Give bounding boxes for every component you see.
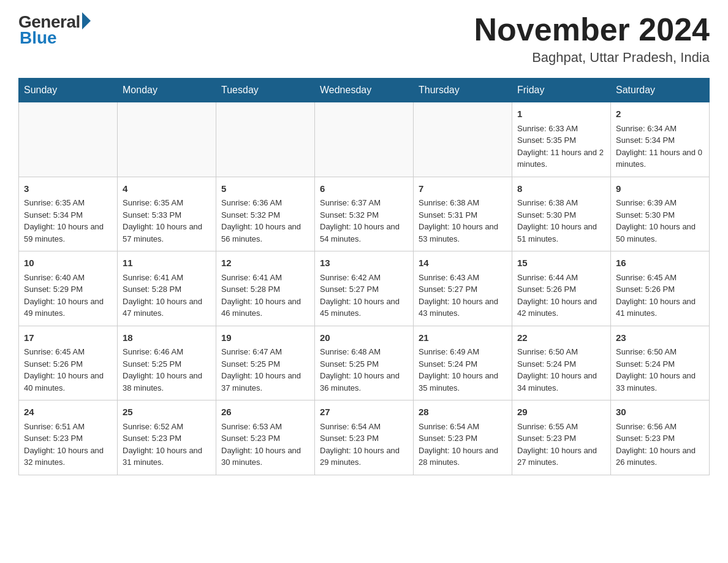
day-info: Sunrise: 6:38 AM Sunset: 5:31 PM Dayligh… [419,197,507,245]
day-number: 10 [24,256,112,270]
calendar-cell: 21Sunrise: 6:49 AM Sunset: 5:24 PM Dayli… [414,326,512,400]
calendar-header-sunday: Sunday [19,79,118,102]
day-number: 24 [24,405,112,419]
day-info: Sunrise: 6:50 AM Sunset: 5:24 PM Dayligh… [616,346,704,394]
calendar-week-row: 24Sunrise: 6:51 AM Sunset: 5:23 PM Dayli… [19,400,710,475]
day-number: 6 [320,182,408,196]
day-info: Sunrise: 6:56 AM Sunset: 5:23 PM Dayligh… [616,421,704,469]
day-number: 27 [320,405,408,419]
calendar-cell: 2Sunrise: 6:34 AM Sunset: 5:34 PM Daylig… [611,102,710,177]
calendar-week-row: 1Sunrise: 6:33 AM Sunset: 5:35 PM Daylig… [19,102,710,177]
logo: General Blue [18,12,91,48]
day-number: 21 [419,331,507,345]
calendar-cell: 22Sunrise: 6:50 AM Sunset: 5:24 PM Dayli… [512,326,611,400]
logo-blue-text: Blue [20,28,57,48]
day-number: 17 [24,331,112,345]
calendar-cell: 5Sunrise: 6:36 AM Sunset: 5:32 PM Daylig… [216,177,315,251]
day-number: 25 [123,405,211,419]
day-info: Sunrise: 6:43 AM Sunset: 5:27 PM Dayligh… [419,272,507,320]
calendar-cell: 27Sunrise: 6:54 AM Sunset: 5:23 PM Dayli… [315,400,414,475]
calendar-week-row: 17Sunrise: 6:45 AM Sunset: 5:26 PM Dayli… [19,326,710,400]
calendar-cell: 3Sunrise: 6:35 AM Sunset: 5:34 PM Daylig… [19,177,118,251]
calendar-cell: 14Sunrise: 6:43 AM Sunset: 5:27 PM Dayli… [414,251,512,326]
calendar-header-monday: Monday [118,79,216,102]
calendar-cell: 8Sunrise: 6:38 AM Sunset: 5:30 PM Daylig… [512,177,611,251]
day-number: 13 [320,256,408,270]
day-number: 11 [123,256,211,270]
calendar-header-friday: Friday [512,79,611,102]
day-number: 28 [419,405,507,419]
day-number: 7 [419,182,507,196]
day-number: 23 [616,331,704,345]
calendar-cell: 26Sunrise: 6:53 AM Sunset: 5:23 PM Dayli… [216,400,315,475]
calendar-cell: 6Sunrise: 6:37 AM Sunset: 5:32 PM Daylig… [315,177,414,251]
day-info: Sunrise: 6:55 AM Sunset: 5:23 PM Dayligh… [517,421,605,469]
day-info: Sunrise: 6:33 AM Sunset: 5:35 PM Dayligh… [517,123,605,170]
day-info: Sunrise: 6:49 AM Sunset: 5:24 PM Dayligh… [419,346,507,394]
day-info: Sunrise: 6:45 AM Sunset: 5:26 PM Dayligh… [24,346,112,394]
day-info: Sunrise: 6:53 AM Sunset: 5:23 PM Dayligh… [221,421,309,469]
day-info: Sunrise: 6:51 AM Sunset: 5:23 PM Dayligh… [24,421,112,469]
calendar-week-row: 10Sunrise: 6:40 AM Sunset: 5:29 PM Dayli… [19,251,710,326]
day-info: Sunrise: 6:36 AM Sunset: 5:32 PM Dayligh… [221,197,309,245]
calendar-table: SundayMondayTuesdayWednesdayThursdayFrid… [18,78,710,475]
day-info: Sunrise: 6:46 AM Sunset: 5:25 PM Dayligh… [123,346,211,394]
day-info: Sunrise: 6:47 AM Sunset: 5:25 PM Dayligh… [221,346,309,394]
calendar-header-saturday: Saturday [611,79,710,102]
day-info: Sunrise: 6:54 AM Sunset: 5:23 PM Dayligh… [419,421,507,469]
day-number: 26 [221,405,309,419]
day-info: Sunrise: 6:34 AM Sunset: 5:34 PM Dayligh… [616,123,704,170]
day-info: Sunrise: 6:45 AM Sunset: 5:26 PM Dayligh… [616,272,704,320]
calendar-cell: 15Sunrise: 6:44 AM Sunset: 5:26 PM Dayli… [512,251,611,326]
calendar-cell: 25Sunrise: 6:52 AM Sunset: 5:23 PM Dayli… [118,400,216,475]
calendar-header-wednesday: Wednesday [315,79,414,102]
day-number: 14 [419,256,507,270]
day-number: 2 [616,107,704,121]
day-number: 9 [616,182,704,196]
day-info: Sunrise: 6:42 AM Sunset: 5:27 PM Dayligh… [320,272,408,320]
day-info: Sunrise: 6:50 AM Sunset: 5:24 PM Dayligh… [517,346,605,394]
calendar-cell [414,102,512,177]
day-number: 12 [221,256,309,270]
calendar-cell [216,102,315,177]
calendar-cell: 30Sunrise: 6:56 AM Sunset: 5:23 PM Dayli… [611,400,710,475]
day-info: Sunrise: 6:54 AM Sunset: 5:23 PM Dayligh… [320,421,408,469]
page-header: General Blue November 2024 Baghpat, Utta… [18,12,710,66]
day-number: 30 [616,405,704,419]
calendar-cell: 10Sunrise: 6:40 AM Sunset: 5:29 PM Dayli… [19,251,118,326]
day-info: Sunrise: 6:35 AM Sunset: 5:33 PM Dayligh… [123,197,211,245]
calendar-cell [19,102,118,177]
day-info: Sunrise: 6:35 AM Sunset: 5:34 PM Dayligh… [24,197,112,245]
calendar-cell: 28Sunrise: 6:54 AM Sunset: 5:23 PM Dayli… [414,400,512,475]
day-number: 16 [616,256,704,270]
day-number: 15 [517,256,605,270]
calendar-cell: 9Sunrise: 6:39 AM Sunset: 5:30 PM Daylig… [611,177,710,251]
day-number: 20 [320,331,408,345]
day-number: 8 [517,182,605,196]
calendar-cell: 1Sunrise: 6:33 AM Sunset: 5:35 PM Daylig… [512,102,611,177]
day-number: 29 [517,405,605,419]
calendar-cell: 20Sunrise: 6:48 AM Sunset: 5:25 PM Dayli… [315,326,414,400]
location-title: Baghpat, Uttar Pradesh, India [474,50,710,66]
day-info: Sunrise: 6:44 AM Sunset: 5:26 PM Dayligh… [517,272,605,320]
calendar-cell: 12Sunrise: 6:41 AM Sunset: 5:28 PM Dayli… [216,251,315,326]
calendar-header-row: SundayMondayTuesdayWednesdayThursdayFrid… [19,79,710,102]
calendar-cell: 13Sunrise: 6:42 AM Sunset: 5:27 PM Dayli… [315,251,414,326]
day-number: 3 [24,182,112,196]
day-number: 4 [123,182,211,196]
day-number: 22 [517,331,605,345]
calendar-cell: 19Sunrise: 6:47 AM Sunset: 5:25 PM Dayli… [216,326,315,400]
calendar-cell: 24Sunrise: 6:51 AM Sunset: 5:23 PM Dayli… [19,400,118,475]
calendar-week-row: 3Sunrise: 6:35 AM Sunset: 5:34 PM Daylig… [19,177,710,251]
day-info: Sunrise: 6:41 AM Sunset: 5:28 PM Dayligh… [123,272,211,320]
calendar-cell: 23Sunrise: 6:50 AM Sunset: 5:24 PM Dayli… [611,326,710,400]
calendar-cell: 11Sunrise: 6:41 AM Sunset: 5:28 PM Dayli… [118,251,216,326]
calendar-cell [315,102,414,177]
day-info: Sunrise: 6:38 AM Sunset: 5:30 PM Dayligh… [517,197,605,245]
calendar-cell: 29Sunrise: 6:55 AM Sunset: 5:23 PM Dayli… [512,400,611,475]
calendar-cell: 7Sunrise: 6:38 AM Sunset: 5:31 PM Daylig… [414,177,512,251]
day-number: 19 [221,331,309,345]
title-section: November 2024 Baghpat, Uttar Pradesh, In… [474,12,710,66]
day-info: Sunrise: 6:40 AM Sunset: 5:29 PM Dayligh… [24,272,112,320]
calendar-header-thursday: Thursday [414,79,512,102]
